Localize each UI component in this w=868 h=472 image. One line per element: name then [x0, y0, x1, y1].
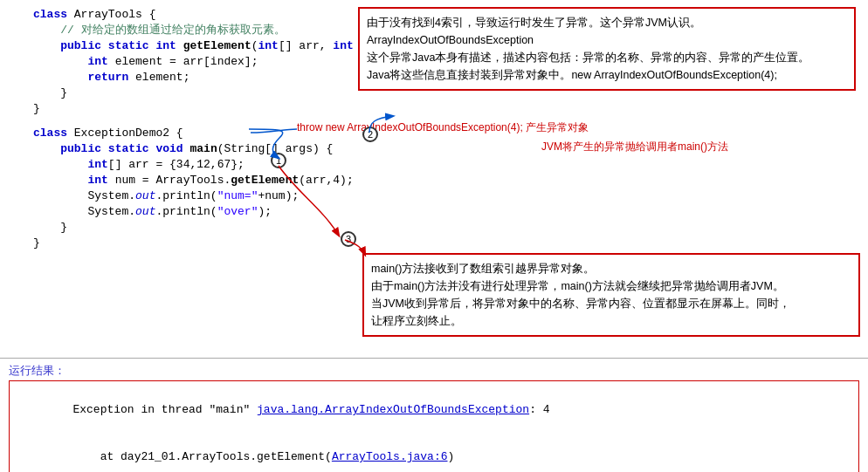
code-line: } [9, 236, 568, 251]
top-annotation-box: 由于没有找到4索引，导致运行时发生了异常。这个异常JVM认识。ArrayInde… [358, 7, 856, 91]
run-result-box: Exception in thread "main" java.lang.Arr… [9, 380, 859, 472]
code-line: System.out.println("num="+num); [9, 188, 568, 204]
code-line-getElement: int num = ArrayTools.getElement(arr,4); [9, 173, 568, 188]
main-container: class ArrayTools { // 对给定的数组通过给定的角标获取元素。… [0, 0, 868, 472]
number-3: 3 [341, 231, 356, 247]
divider-line [0, 358, 868, 359]
code-line: System.out.println("over"); [9, 204, 568, 220]
run-result-section: 运行结果： Exception in thread "main" java.la… [0, 359, 868, 472]
code-line: public static void main(String[] args) { [9, 141, 568, 157]
run-line1-prefix: Exception in thread "main" [72, 403, 257, 416]
code-line: } [9, 101, 568, 117]
run-line-1: Exception in thread "main" java.lang.Arr… [18, 386, 850, 434]
bottom-annotation-text: main()方法接收到了数组索引越界异常对象。 由于main()方法并没有进行处… [371, 263, 790, 327]
top-annotation-text: 由于没有找到4索引，导致运行时发生了异常。这个异常JVM认识。ArrayInde… [367, 17, 809, 81]
run-line2-link[interactable]: ArrayTools.java:6 [332, 450, 448, 463]
number-2: 2 [362, 127, 378, 142]
number-1: 1 [271, 153, 286, 168]
throw-label: throw new ArrayIndexOutOfBoundsException… [297, 120, 589, 135]
run-line1-suffix: : 4 [529, 403, 549, 416]
run-line-2: at day21_01.ArrayTools.getElement(ArrayT… [18, 434, 850, 472]
code-line: } [9, 220, 568, 236]
run-line2-prefix: at day21_01.ArrayTools.getElement( [72, 450, 331, 463]
run-result-label: 运行结果： [9, 363, 859, 379]
jvm-label: JVM将产生的异常抛给调用者main()方法 [541, 140, 728, 154]
code-line: int[] arr = {34,12,67}; [9, 157, 568, 173]
run-line2-suffix: ) [448, 450, 455, 463]
run-line1-link[interactable]: java.lang.ArrayIndexOutOfBoundsException [257, 403, 529, 416]
bottom-annotation-box: main()方法接收到了数组索引越界异常对象。 由于main()方法并没有进行处… [362, 253, 860, 337]
